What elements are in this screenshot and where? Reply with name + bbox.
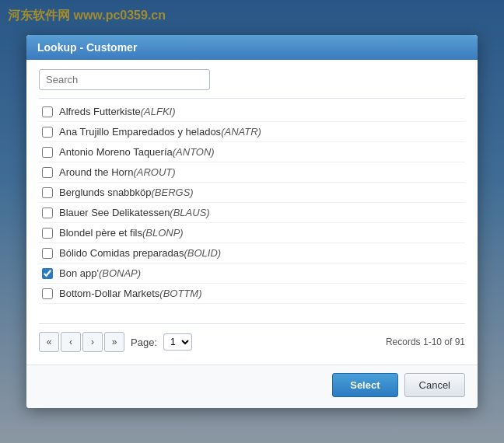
modal-footer: Select Cancel <box>26 365 478 408</box>
next-page-button[interactable]: › <box>82 332 103 352</box>
customer-checkbox[interactable] <box>42 228 53 239</box>
list-item[interactable]: Blauer See Delikatessen (BLAUS) <box>39 203 465 223</box>
prev-page-button[interactable]: ‹ <box>61 332 81 352</box>
list-item[interactable]: Antonio Moreno Taquería (ANTON) <box>39 142 465 162</box>
customer-name: Bon app' <box>59 267 99 279</box>
customer-name: Antonio Moreno Taquería <box>59 146 173 158</box>
page-select[interactable]: 1 2 3 4 5 <box>163 333 192 351</box>
customer-code: (ALFKI) <box>141 106 176 117</box>
customer-code: (AROUT) <box>133 166 175 178</box>
customer-checkbox[interactable] <box>42 248 53 259</box>
list-item[interactable]: Bólido Comidas preparadas (BOLID) <box>39 243 465 263</box>
customer-checkbox[interactable] <box>42 208 53 218</box>
page-label: Page: <box>131 337 157 348</box>
cancel-button[interactable]: Cancel <box>404 373 465 397</box>
list-item[interactable]: Bottom-Dollar Markets (BOTTM) <box>39 284 465 304</box>
customer-name: Berglunds snabbköp <box>59 187 152 198</box>
lookup-modal: Lookup - Customer Alfreds Futterkiste (A… <box>26 35 478 408</box>
pagination-row: « ‹ › » Page: 1 2 3 4 5 Records 1-10 of … <box>39 323 465 355</box>
customer-code: (BLONP) <box>142 227 184 239</box>
customer-checkbox[interactable] <box>42 167 53 178</box>
list-item[interactable]: Berglunds snabbköp (BERGS) <box>39 183 465 203</box>
modal-overlay: Lookup - Customer Alfreds Futterkiste (A… <box>0 0 504 443</box>
customer-checkbox[interactable] <box>42 187 53 198</box>
list-item[interactable]: Around the Horn (AROUT) <box>39 162 465 183</box>
customer-name: Bottom-Dollar Markets <box>59 288 159 299</box>
customer-code: (BLAUS) <box>170 207 209 218</box>
customer-checkbox[interactable] <box>42 147 53 158</box>
pagination-controls: « ‹ › » Page: 1 2 3 4 5 <box>39 332 192 352</box>
customer-checkbox[interactable] <box>42 288 53 299</box>
list-item[interactable]: Alfreds Futterkiste (ALFKI) <box>39 102 465 122</box>
customer-name: Around the Horn <box>59 166 133 178</box>
customer-code: (ANTON) <box>173 146 215 158</box>
modal-title: Lookup - Customer <box>37 41 137 54</box>
customer-code: (ANATR) <box>221 126 261 138</box>
customer-checkbox[interactable] <box>42 106 53 117</box>
customer-code: (BOTTM) <box>159 288 201 299</box>
customer-code: (BERGS) <box>152 187 194 198</box>
list-item[interactable]: Blondel père et fils (BLONP) <box>39 223 465 243</box>
customer-name: Ana Trujillo Emparedados y helados <box>59 126 221 138</box>
first-page-button[interactable]: « <box>39 332 59 352</box>
customer-code: (BONAP) <box>99 267 141 279</box>
customer-checkbox[interactable] <box>42 127 53 138</box>
list-item[interactable]: Ana Trujillo Emparedados y helados (ANAT… <box>39 122 465 142</box>
search-input[interactable] <box>39 69 210 90</box>
modal-header: Lookup - Customer <box>26 35 478 60</box>
list-item[interactable]: Bon app' (BONAP) <box>39 263 465 284</box>
modal-body: Alfreds Futterkiste (ALFKI)Ana Trujillo … <box>26 60 478 365</box>
customer-name: Blauer See Delikatessen <box>59 207 170 218</box>
customer-name: Bólido Comidas preparadas <box>59 247 184 259</box>
customer-name: Blondel père et fils <box>59 227 142 239</box>
customer-list: Alfreds Futterkiste (ALFKI)Ana Trujillo … <box>39 102 465 319</box>
customer-checkbox[interactable] <box>42 268 53 279</box>
divider <box>39 98 465 99</box>
last-page-button[interactable]: » <box>104 332 124 352</box>
records-info: Records 1-10 of 91 <box>386 337 465 347</box>
select-button[interactable]: Select <box>332 373 397 397</box>
customer-name: Alfreds Futterkiste <box>59 106 141 117</box>
customer-code: (BOLID) <box>184 247 221 259</box>
